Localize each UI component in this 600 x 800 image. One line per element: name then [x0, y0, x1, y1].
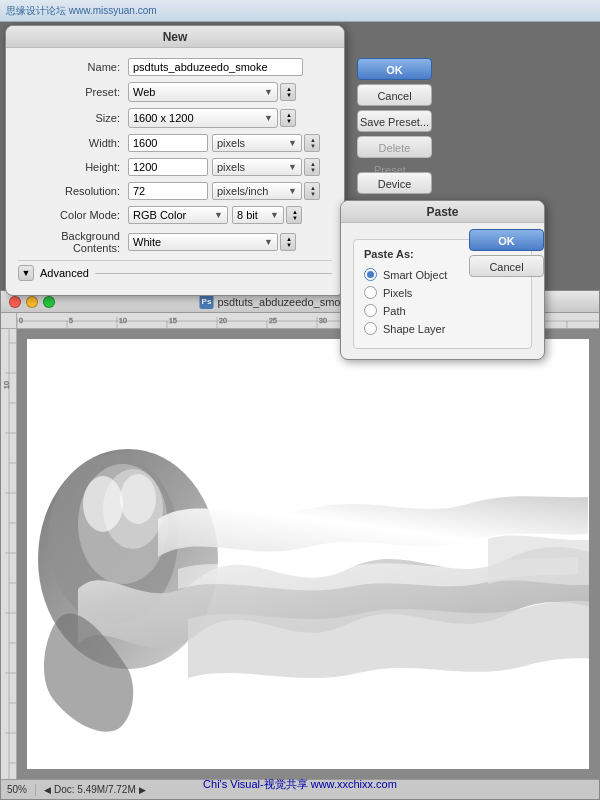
resolution-label: Resolution:	[18, 185, 128, 197]
size-arrow-icon: ▼	[264, 113, 273, 123]
size-stepper[interactable]: ▲ ▼	[280, 109, 296, 127]
path-radio[interactable]	[364, 304, 377, 317]
advanced-separator	[95, 273, 332, 274]
canvas-image-area	[17, 329, 599, 799]
bit-depth-select[interactable]: 8 bit ▼	[232, 206, 284, 224]
bg-contents-label: Background Contents:	[18, 230, 128, 254]
bg-contents-row: Background Contents: White ▼ ▲ ▼	[18, 230, 332, 254]
color-mode-select[interactable]: RGB Color ▼	[128, 206, 228, 224]
bg-stepper[interactable]: ▲ ▼	[280, 233, 296, 251]
svg-text:10: 10	[119, 317, 127, 324]
watermark: Chi's Visual-视觉共享 www.xxchixx.com	[0, 777, 600, 792]
color-mode-value: RGB Color	[133, 209, 186, 221]
bg-contents-value: White	[133, 236, 161, 248]
close-button[interactable]	[9, 296, 21, 308]
svg-text:5: 5	[69, 317, 73, 324]
svg-text:0: 0	[19, 317, 23, 324]
width-row: Width: pixels ▼ ▲ ▼	[18, 134, 332, 152]
minimize-button[interactable]	[26, 296, 38, 308]
size-value: 1600 x 1200	[133, 112, 194, 124]
preset-value: Web	[133, 86, 155, 98]
pixels-label: Pixels	[383, 287, 412, 299]
resolution-unit-value: pixels/inch	[217, 185, 268, 197]
width-unit-value: pixels	[217, 137, 245, 149]
bit-depth-arrow-icon: ▼	[270, 210, 279, 220]
svg-text:10: 10	[3, 381, 10, 389]
color-mode-row: Color Mode: RGB Color ▼ 8 bit ▼ ▲ ▼	[18, 206, 332, 224]
ruler-corner	[1, 313, 17, 329]
color-stepper[interactable]: ▲ ▼	[286, 206, 302, 224]
smart-object-radio-fill	[367, 271, 374, 278]
pixels-radio-row[interactable]: Pixels	[364, 286, 521, 299]
new-cancel-button[interactable]: Cancel	[357, 84, 432, 106]
resolution-stepper[interactable]: ▲ ▼	[304, 182, 320, 200]
height-row: Height: pixels ▼ ▲ ▼	[18, 158, 332, 176]
preset-stepper[interactable]: ▲ ▼	[280, 83, 296, 101]
new-ok-button[interactable]: OK	[357, 58, 432, 80]
bg-contents-select[interactable]: White ▼	[128, 233, 278, 251]
name-label: Name:	[18, 61, 128, 73]
svg-point-48	[83, 476, 123, 532]
height-label: Height:	[18, 161, 128, 173]
ps-canvas-content: 0 5 10 15 20 25 30 35 40 45 50	[1, 313, 599, 799]
smart-object-label: Smart Object	[383, 269, 447, 281]
shape-layer-label: Shape Layer	[383, 323, 445, 335]
bit-depth-value: 8 bit	[237, 209, 258, 221]
svg-text:15: 15	[169, 317, 177, 324]
resolution-unit-select[interactable]: pixels/inch ▼	[212, 182, 302, 200]
resolution-input[interactable]	[128, 182, 208, 200]
path-radio-row[interactable]: Path	[364, 304, 521, 317]
bg-contents-arrow-icon: ▼	[264, 237, 273, 247]
paste-ok-button[interactable]: OK	[469, 229, 544, 251]
size-label: Size:	[18, 112, 128, 124]
height-unit-group: pixels ▼ ▲ ▼	[212, 158, 320, 176]
svg-point-47	[120, 474, 156, 524]
preset-label: Preset:	[18, 86, 128, 98]
paste-cancel-button[interactable]: Cancel	[469, 255, 544, 277]
traffic-lights	[9, 296, 55, 308]
preset-row: Preset: Web ▼ ▲ ▼	[18, 82, 332, 102]
save-preset-button[interactable]: Save Preset...	[357, 110, 432, 132]
svg-text:25: 25	[269, 317, 277, 324]
ps-window: Ps psdtuts_abduzeedo_smoke @ 50%... 0 5 …	[0, 290, 600, 800]
width-label: Width:	[18, 137, 128, 149]
delete-preset-button: Delete Preset...	[357, 136, 432, 158]
height-stepper[interactable]: ▲ ▼	[304, 158, 320, 176]
svg-text:20: 20	[219, 317, 227, 324]
resolution-unit-arrow-icon: ▼	[288, 186, 297, 196]
shape-layer-radio-row[interactable]: Shape Layer	[364, 322, 521, 335]
height-unit-select[interactable]: pixels ▼	[212, 158, 302, 176]
paste-dialog-title: Paste	[426, 205, 458, 219]
maximize-button[interactable]	[43, 296, 55, 308]
size-select[interactable]: 1600 x 1200 ▼	[128, 108, 278, 128]
watermark-text: Chi's Visual-视觉共享 www.xxchixx.com	[203, 778, 397, 790]
smoke-canvas	[27, 339, 589, 769]
pixels-radio[interactable]	[364, 286, 377, 299]
width-input[interactable]	[128, 134, 208, 152]
dialog-paste: Paste Paste As: Smart Object Pixels Path	[340, 200, 545, 360]
forum-bar-text: 思缘设计论坛 www.missyuan.com	[6, 4, 157, 18]
width-unit-arrow-icon: ▼	[288, 138, 297, 148]
ruler-vertical: 10	[1, 313, 17, 799]
name-row: Name:	[18, 58, 332, 76]
color-mode-label: Color Mode:	[18, 209, 128, 221]
preset-select[interactable]: Web ▼	[128, 82, 278, 102]
name-input[interactable]	[128, 58, 303, 76]
size-row: Size: 1600 x 1200 ▼ ▲ ▼	[18, 108, 332, 128]
forum-bar: 思缘设计论坛 www.missyuan.com	[0, 0, 600, 22]
paste-dialog-titlebar: Paste	[341, 201, 544, 223]
shape-layer-radio[interactable]	[364, 322, 377, 335]
width-unit-select[interactable]: pixels ▼	[212, 134, 302, 152]
device-central-button[interactable]: Device Central...	[357, 172, 432, 194]
smart-object-radio[interactable]	[364, 268, 377, 281]
preset-arrow-icon: ▼	[264, 87, 273, 97]
ps-app-icon: Ps	[199, 295, 213, 309]
color-mode-right: 8 bit ▼	[232, 206, 284, 224]
width-stepper[interactable]: ▲ ▼	[304, 134, 320, 152]
smoke-artwork	[27, 339, 589, 769]
path-label: Path	[383, 305, 406, 317]
advanced-toggle[interactable]: ▼	[18, 265, 34, 281]
height-unit-arrow-icon: ▼	[288, 162, 297, 172]
paste-body: Paste As: Smart Object Pixels Path	[341, 223, 544, 359]
height-input[interactable]	[128, 158, 208, 176]
